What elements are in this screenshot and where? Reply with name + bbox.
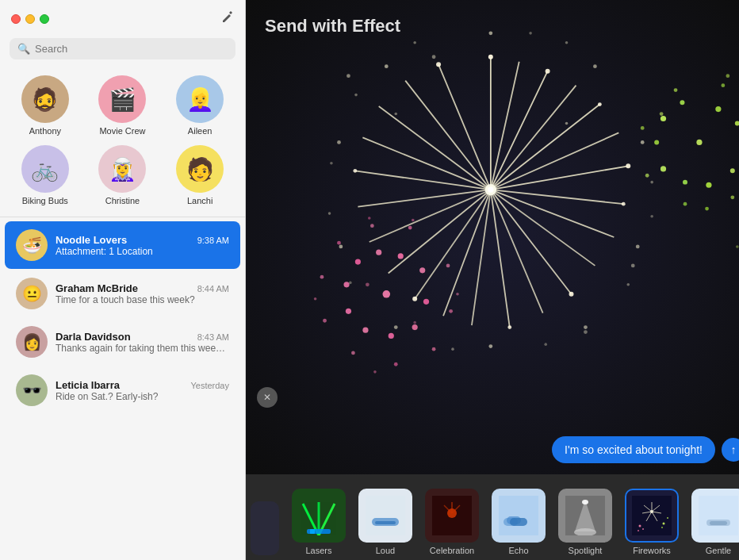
svg-point-38 xyxy=(735,121,739,125)
contact-anthony[interactable]: 🧔 Anthony xyxy=(6,71,84,140)
sidebar-divider xyxy=(0,217,245,217)
message-item-graham[interactable]: 😐 Graham McBride 8:44 AM Time for a touc… xyxy=(5,270,240,317)
svg-point-55 xyxy=(730,195,734,199)
send-button[interactable]: ↑ xyxy=(722,438,739,462)
svg-point-40 xyxy=(730,168,735,173)
svg-point-70 xyxy=(432,347,436,351)
effect-item-fireworks[interactable]: Fireworks xyxy=(620,484,683,560)
svg-point-149 xyxy=(661,527,663,528)
svg-point-94 xyxy=(650,215,653,218)
effect-thumb-lasers xyxy=(292,489,346,543)
svg-rect-130 xyxy=(499,496,538,535)
contact-christine[interactable]: 🧝‍♀️ Christine xyxy=(84,140,162,210)
effect-item-echo[interactable]: Echo xyxy=(487,484,550,560)
svg-point-53 xyxy=(645,174,649,178)
svg-point-84 xyxy=(584,325,588,329)
svg-point-97 xyxy=(451,347,454,351)
contact-lanchi[interactable]: 🧑 Lanchi xyxy=(161,140,239,210)
svg-point-52 xyxy=(641,126,645,130)
message-item-darla[interactable]: 👩 Darla Davidson 8:43 AM Thanks again fo… xyxy=(5,318,240,366)
svg-line-5 xyxy=(491,132,618,190)
minimize-window-button[interactable] xyxy=(25,14,35,24)
svg-point-54 xyxy=(683,202,687,206)
svg-point-113 xyxy=(726,74,729,78)
svg-point-108 xyxy=(413,321,416,324)
svg-point-28 xyxy=(622,202,626,206)
effect-item-spotlight[interactable]: Spotlight xyxy=(553,484,617,560)
svg-point-74 xyxy=(320,275,324,279)
avatar-graham: 😐 xyxy=(16,278,48,309)
contact-biking-buds[interactable]: 🚲 Biking Buds xyxy=(6,140,84,210)
msg-content-leticia: Leticia Ibarra Yesterday Ride on Sat.? E… xyxy=(56,379,229,402)
effect-label-gentle: Gentle xyxy=(706,546,731,555)
svg-point-36 xyxy=(696,140,702,145)
svg-point-106 xyxy=(432,55,436,59)
svg-rect-138 xyxy=(632,496,672,535)
svg-point-67 xyxy=(408,226,412,230)
svg-point-148 xyxy=(667,517,668,519)
effect-item-gentle[interactable]: Gentle xyxy=(687,484,739,560)
search-input[interactable] xyxy=(35,43,228,55)
message-bubble: I'm so excited about tonight! xyxy=(552,436,715,463)
svg-line-13 xyxy=(472,190,491,325)
avatar-darla: 👩 xyxy=(16,326,48,358)
svg-point-105 xyxy=(394,113,397,116)
svg-point-64 xyxy=(343,282,349,287)
svg-point-59 xyxy=(423,299,429,305)
svg-point-41 xyxy=(706,182,711,188)
effect-item-partial[interactable] xyxy=(246,497,284,560)
fireworks-area: ✕ I'm so excited about tonight! ↑ xyxy=(246,0,739,474)
search-bar[interactable]: 🔍 xyxy=(10,38,235,59)
msg-name-darla: Darla Davidson xyxy=(56,331,131,343)
effect-item-loud[interactable]: Loud xyxy=(354,484,417,560)
effect-thumb-celebration xyxy=(425,489,479,543)
svg-point-93 xyxy=(650,181,653,184)
close-overlay-button[interactable]: ✕ xyxy=(257,387,278,408)
svg-point-91 xyxy=(593,64,597,68)
msg-time-graham: 8:44 AM xyxy=(197,284,229,293)
svg-point-69 xyxy=(449,309,453,313)
contact-movie-crew[interactable]: 🎬 Movie Crew xyxy=(84,71,162,140)
svg-point-98 xyxy=(349,282,352,285)
msg-preview-leticia: Ride on Sat.? Early-ish? xyxy=(56,391,229,402)
svg-point-58 xyxy=(419,267,425,273)
contact-aileen[interactable]: 👱‍♀️ Aileen xyxy=(161,71,239,140)
svg-rect-133 xyxy=(510,518,527,526)
compose-button[interactable] xyxy=(221,11,234,27)
msg-name-graham: Graham McBride xyxy=(56,282,138,294)
fullscreen-window-button[interactable] xyxy=(40,14,49,24)
contact-name-lanchi: Lanchi xyxy=(187,196,213,205)
svg-point-88 xyxy=(337,140,341,144)
svg-point-80 xyxy=(314,297,317,301)
message-bubble-container: I'm so excited about tonight! ↑ xyxy=(552,436,739,463)
svg-point-27 xyxy=(626,163,630,168)
effect-item-celebration[interactable]: Celebration xyxy=(420,484,484,560)
svg-point-31 xyxy=(412,297,417,301)
message-item-leticia[interactable]: 🕶️ Leticia Ibarra Yesterday Ride on Sat.… xyxy=(5,366,240,414)
svg-point-29 xyxy=(569,292,574,297)
svg-rect-121 xyxy=(310,529,315,534)
svg-point-90 xyxy=(488,31,492,35)
svg-point-87 xyxy=(339,245,343,249)
svg-point-79 xyxy=(373,370,377,374)
msg-header-leticia: Leticia Ibarra Yesterday xyxy=(56,379,229,391)
close-window-button[interactable] xyxy=(11,14,21,24)
effect-label-echo: Echo xyxy=(508,546,528,555)
msg-time-noodle-lovers: 9:38 AM xyxy=(197,236,229,245)
svg-point-109 xyxy=(584,330,588,334)
effect-thumb-fireworks xyxy=(625,489,679,543)
svg-rect-155 xyxy=(710,521,727,525)
msg-preview-darla: Thanks again for taking them this weeken… xyxy=(56,343,229,354)
contact-name-movie-crew: Movie Crew xyxy=(99,126,145,136)
effect-item-lasers[interactable]: Lasers xyxy=(287,484,350,560)
search-icon: 🔍 xyxy=(17,43,30,55)
avatar-movie-crew: 🎬 xyxy=(98,75,146,123)
svg-point-76 xyxy=(370,224,374,228)
contact-name-biking-buds: Biking Buds xyxy=(22,196,68,205)
svg-point-25 xyxy=(546,69,550,74)
svg-point-103 xyxy=(529,32,532,35)
message-item-noodle-lovers[interactable]: 🍜 Noodle Lovers 9:38 AM Attachment: 1 Lo… xyxy=(5,221,240,269)
svg-point-147 xyxy=(663,523,665,525)
svg-line-19 xyxy=(355,171,491,190)
svg-point-68 xyxy=(446,263,450,267)
